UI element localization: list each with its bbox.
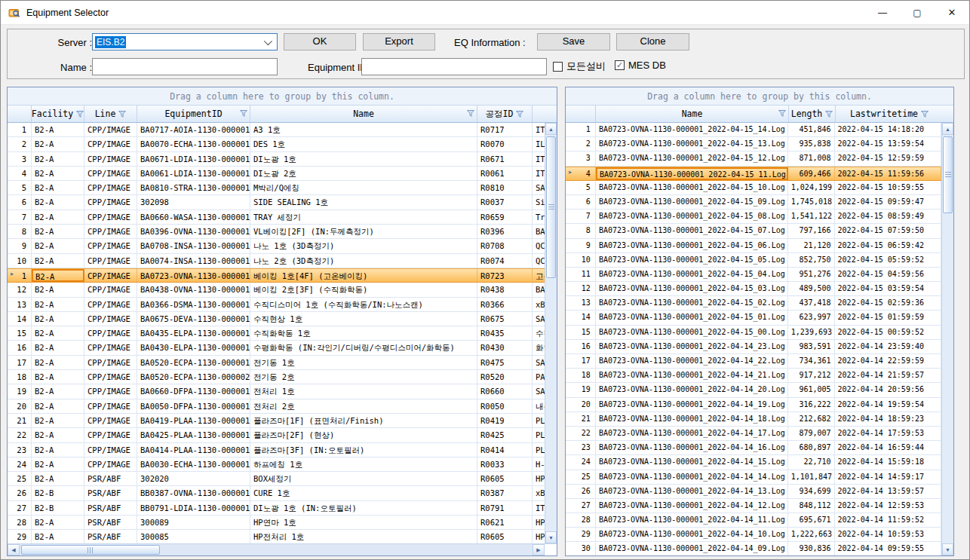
table-row[interactable]: 9BA0723-OVNA-1130-000001_2022-04-15_06.L…: [566, 239, 941, 253]
table-row[interactable]: 27B2-BPSR/ABFBB0791-LDIA-1130-000001DI노광…: [8, 501, 545, 516]
table-row[interactable]: 28B2-APSR/ABF300089HP연마 1호R0621HP 연: [8, 516, 545, 530]
table-row[interactable]: 13BA0723-OVNA-1130-000001_2022-04-15_02.…: [566, 296, 941, 311]
table-row[interactable]: 20B2-ACPP/IMAGEBA0050-DFPA-1130-000001전처…: [8, 399, 545, 414]
left-vertical-scrollbar[interactable]: ▲ ▼: [545, 123, 557, 543]
scroll-thumb[interactable]: [943, 136, 953, 213]
table-row[interactable]: 14BA0723-OVNA-1130-000001_2022-04-15_01.…: [566, 311, 941, 325]
col-header-name[interactable]: Name: [596, 106, 789, 122]
scroll-track[interactable]: [20, 544, 533, 555]
table-row[interactable]: 21BA0723-OVNA-1130-000001_2022-04-14_18.…: [566, 412, 941, 427]
table-row[interactable]: 3B2-ACPP/IMAGEBA0671-LDIA-1130-000001DI노…: [8, 152, 545, 167]
table-row[interactable]: 8BA0723-OVNA-1130-000001_2022-04-15_07.L…: [566, 224, 941, 238]
table-row[interactable]: 27BA0723-OVNA-1130-000001_2022-04-14_12.…: [566, 499, 941, 513]
filter-icon[interactable]: [778, 110, 786, 117]
col-header-line[interactable]: Line: [84, 106, 137, 122]
checkbox-icon[interactable]: ✓: [615, 60, 625, 70]
table-row[interactable]: 25BA0723-OVNA-1130-000001_2022-04-14_14.…: [566, 470, 941, 485]
table-row[interactable]: 18B2-ACPP/IMAGEBA0520-ECPA-1130-000002전기…: [8, 370, 545, 384]
table-row[interactable]: 28BA0723-OVNA-1130-000001_2022-04-14_11.…: [566, 513, 941, 528]
table-row[interactable]: 5B2-ACPP/IMAGEBA0810-STRA-1130-000001M박리…: [8, 181, 545, 195]
table-row[interactable]: 25B2-APSR/ABF302020BOX세정기R0605HP전: [8, 472, 545, 486]
table-row[interactable]: 22BA0723-OVNA-1130-000001_2022-04-14_17.…: [566, 427, 941, 441]
all-equipment-checkbox[interactable]: 모든설비: [553, 60, 606, 73]
filter-icon[interactable]: [240, 110, 247, 117]
group-by-panel[interactable]: Drag a column here to group by this colu…: [566, 87, 953, 106]
ok-button[interactable]: OK: [284, 33, 356, 50]
filter-icon[interactable]: [76, 111, 84, 118]
col-header-name[interactable]: Name: [250, 106, 477, 122]
col-header-equipment-id[interactable]: EquipmentID: [137, 106, 250, 122]
table-row[interactable]: 20BA0723-OVNA-1130-000001_2022-04-14_19.…: [566, 398, 941, 412]
col-header-extra[interactable]: [533, 106, 557, 122]
scroll-down-icon[interactable]: ▼: [545, 531, 557, 543]
col-header-length[interactable]: Length: [789, 106, 836, 122]
filter-icon[interactable]: [516, 111, 523, 118]
filter-icon[interactable]: [467, 110, 474, 117]
chevron-down-icon[interactable]: [264, 36, 272, 44]
export-button[interactable]: Export: [363, 33, 435, 50]
table-row[interactable]: 7BA0723-OVNA-1130-000001_2022-04-15_08.L…: [566, 210, 941, 224]
left-horizontal-scrollbar[interactable]: ◀ ▶: [8, 543, 557, 555]
table-row[interactable]: 29B2-APSR/ABF300085HP전처리 1호R0605HP전: [8, 530, 545, 543]
table-row[interactable]: 29BA0723-OVNA-1130-000001_2022-04-14_10.…: [566, 528, 941, 542]
mes-db-checkbox[interactable]: ✓ MES DB: [615, 60, 666, 71]
scroll-track[interactable]: [545, 135, 557, 531]
filter-icon[interactable]: [825, 111, 833, 118]
table-row[interactable]: 15BA0723-OVNA-1130-000001_2022-04-15_00.…: [566, 326, 941, 340]
col-header-facility[interactable]: Facility: [32, 106, 84, 122]
table-row[interactable]: 3BA0723-OVNA-1130-000001_2022-04-15_12.L…: [566, 151, 941, 166]
col-header-lastwritetime[interactable]: Lastwritetime: [836, 106, 943, 122]
table-row[interactable]: 30BA0723-OVNA-1130-000001_2022-04-14_09.…: [566, 542, 941, 555]
table-row[interactable]: 10BA0723-OVNA-1130-000001_2022-04-15_05.…: [566, 253, 941, 268]
table-row[interactable]: 8B2-ACPP/IMAGEBA0396-OVNA-1130-000001VL베…: [8, 225, 545, 239]
col-header-process-id[interactable]: 공정ID: [477, 106, 533, 122]
table-row[interactable]: 1BA0723-OVNA-1130-000001_2022-04-15_14.L…: [566, 123, 941, 137]
scroll-up-icon[interactable]: ▲: [545, 123, 557, 135]
table-row[interactable]: 5BA0723-OVNA-1130-000001_2022-04-15_10.L…: [566, 181, 941, 195]
maximize-button[interactable]: ▢: [900, 1, 935, 24]
table-row[interactable]: 19B2-ACPP/IMAGEBA0660-DFPA-1130-000001전처…: [8, 384, 545, 399]
table-row[interactable]: 17BA0723-OVNA-1130-000001_2022-04-14_22.…: [566, 354, 941, 369]
table-row[interactable]: 2BA0723-OVNA-1130-000001_2022-04-15_13.L…: [566, 137, 941, 151]
table-row[interactable]: 15B2-ACPP/IMAGEBA0435-ELPA-1130-000001수직…: [8, 326, 545, 341]
table-row[interactable]: 2B2-ACPP/IMAGEBA0070-ECHA-1130-000001DES…: [8, 137, 545, 151]
table-row[interactable]: 4B2-ACPP/IMAGEBA0061-LDIA-1130-000001DI노…: [8, 167, 545, 181]
filter-icon[interactable]: [118, 111, 126, 118]
right-vertical-scrollbar[interactable]: ▲ ▼: [941, 123, 953, 555]
table-row[interactable]: 16BA0723-OVNA-1130-000001_2022-04-14_23.…: [566, 340, 941, 354]
filter-icon[interactable]: [921, 111, 929, 118]
scroll-left-icon[interactable]: ◀: [8, 544, 20, 555]
server-combo[interactable]: EIS.B2: [92, 33, 278, 50]
table-row[interactable]: 22B2-ACPP/IMAGEBA0425-PLAA-1130-000001플라…: [8, 428, 545, 442]
table-row[interactable]: 14B2-ACPP/IMAGEBA0675-DEVA-1130-000001수직…: [8, 312, 545, 326]
table-row[interactable]: 12B2-ACPP/IMAGEBA0438-OVNA-1130-000001베이…: [8, 283, 545, 297]
close-button[interactable]: ✕: [935, 1, 969, 24]
table-row[interactable]: 12BA0723-OVNA-1130-000001_2022-04-15_03.…: [566, 282, 941, 296]
scroll-down-icon[interactable]: ▼: [942, 543, 953, 555]
table-row[interactable]: 21B2-ACPP/IMAGEBA0419-PLAA-1130-000001플라…: [8, 414, 545, 428]
table-row[interactable]: 19BA0723-OVNA-1130-000001_2022-04-14_20.…: [566, 383, 941, 397]
table-row[interactable]: 26B2-BPSR/ABFBB0387-OVNA-1130-000001CURE…: [8, 486, 545, 500]
table-row[interactable]: 1B2-ACPP/IMAGEBA0717-AOIA-1130-000001A3 …: [8, 123, 545, 137]
table-row[interactable]: 24BA0723-OVNA-1130-000001_2022-04-14_15.…: [566, 455, 941, 470]
table-row[interactable]: 6BA0723-OVNA-1130-000001_2022-04-15_09.L…: [566, 195, 941, 210]
scroll-thumb[interactable]: [546, 136, 556, 278]
scroll-track[interactable]: [942, 135, 953, 543]
clone-button[interactable]: Clone: [616, 33, 689, 50]
table-row[interactable]: 18BA0723-OVNA-1130-000001_2022-04-14_21.…: [566, 369, 941, 383]
table-row[interactable]: 11BA0723-OVNA-1130-000001_2022-04-15_04.…: [566, 268, 941, 282]
table-row[interactable]: 23BA0723-OVNA-1130-000001_2022-04-14_16.…: [566, 441, 941, 455]
checkbox-icon[interactable]: [553, 62, 563, 72]
table-row[interactable]: 6B2-ACPP/IMAGE302098SIDE SEALING 1호R0037…: [8, 195, 545, 210]
name-input[interactable]: [92, 58, 278, 75]
equipment-id-input[interactable]: [361, 58, 547, 75]
scroll-right-icon[interactable]: ▶: [533, 544, 545, 555]
table-row[interactable]: 24B2-ACPP/IMAGEBA0030-ECHA-1130-000001하프…: [8, 457, 545, 472]
scroll-up-icon[interactable]: ▲: [942, 123, 953, 135]
table-row[interactable]: 9B2-ACPP/IMAGEBA0708-INSA-1130-000001나노 …: [8, 239, 545, 253]
table-row[interactable]: 17B2-ACPP/IMAGEBA0520-ECPA-1130-000001전기…: [8, 356, 545, 370]
table-row[interactable]: 16B2-ACPP/IMAGEBA0430-ELPA-1130-000001수평…: [8, 341, 545, 355]
table-row[interactable]: 10B2-ACPP/IMAGEBA0074-INSA-1130-000001나노…: [8, 254, 545, 268]
group-by-panel[interactable]: Drag a column here to group by this colu…: [8, 87, 557, 106]
table-row[interactable]: 7B2-ACPP/IMAGEBA0660-WASA-1130-000001TRA…: [8, 210, 545, 225]
